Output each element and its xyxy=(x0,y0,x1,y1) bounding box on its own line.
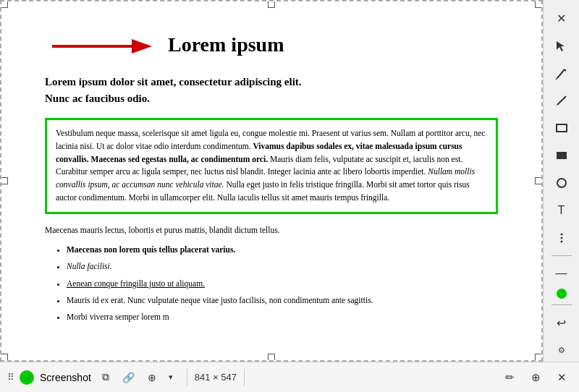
document-area: Lorem ipsum Lorem ipsum dolor sit amet, … xyxy=(0,0,543,362)
svg-rect-8 xyxy=(557,152,567,159)
handle-right-mid[interactable] xyxy=(535,177,542,184)
svg-point-13 xyxy=(23,374,30,381)
toolbar-divider xyxy=(551,255,572,256)
app-icon xyxy=(20,370,34,385)
svg-marker-2 xyxy=(557,41,565,51)
bottom-close-button[interactable]: ✕ xyxy=(551,367,572,388)
svg-point-10 xyxy=(560,233,562,235)
list-item: Mauris id ex erat. Nunc vulputate neque … xyxy=(67,294,498,307)
handle-top-right[interactable] xyxy=(535,1,542,8)
annotate-button[interactable]: ⊕ xyxy=(525,367,546,388)
list-item: Aenean conque fringilla justo ut aliquam… xyxy=(67,278,498,290)
bar-separator xyxy=(187,369,187,386)
handle-left-mid[interactable] xyxy=(1,177,8,184)
handle-bottom-left[interactable] xyxy=(1,354,8,361)
svg-point-11 xyxy=(560,237,562,239)
bottom-status-bar: ⠿ Screenshot ⧉ 🔗 ⊕ ▾ 841 × 547 ✏ ⊕ ✕ xyxy=(0,362,579,392)
green-color-indicator[interactable] xyxy=(557,289,567,299)
close-button[interactable]: ✕ xyxy=(550,7,573,30)
svg-line-5 xyxy=(556,78,557,80)
rect-outline-button[interactable] xyxy=(550,116,573,140)
edit-button[interactable]: ✏ xyxy=(499,367,520,388)
more-tools-button[interactable] xyxy=(550,226,573,250)
text-tool-button[interactable]: T xyxy=(550,199,573,222)
undo-button[interactable]: ↩ xyxy=(550,311,573,334)
rect-fill-button[interactable] xyxy=(550,144,573,167)
grid-icon: ⠿ xyxy=(7,372,14,383)
bottom-right-actions: ✏ ⊕ ✕ xyxy=(499,367,572,388)
svg-rect-7 xyxy=(557,124,567,132)
app-name-label: Screenshot xyxy=(40,372,91,383)
arrow-graphic xyxy=(45,30,161,59)
svg-marker-1 xyxy=(132,39,152,54)
handle-bottom-mid[interactable] xyxy=(268,354,275,361)
select-tool-button[interactable] xyxy=(550,35,573,58)
share-group: ⊕ ▾ xyxy=(143,369,179,386)
link-button[interactable]: 🔗 xyxy=(120,369,138,386)
handle-bottom-right[interactable] xyxy=(535,354,542,361)
svg-line-6 xyxy=(557,96,566,105)
bar-separator-2 xyxy=(244,369,245,386)
svg-line-4 xyxy=(565,69,566,71)
copy-button[interactable]: ⧉ xyxy=(97,369,114,386)
list-item: Nulla facilisi. xyxy=(67,260,498,273)
list-item: Maecenas non lorem quis tellus placerat … xyxy=(67,244,498,256)
bullet-list: Maecenas non lorem quis tellus placerat … xyxy=(45,244,498,323)
list-item: Morbi viverra semper lorem m xyxy=(67,311,498,323)
svg-line-3 xyxy=(557,69,565,78)
toolbar-divider-2 xyxy=(551,304,572,305)
share-dropdown[interactable]: ▾ xyxy=(162,369,179,386)
svg-point-9 xyxy=(557,179,566,187)
svg-point-12 xyxy=(560,240,562,242)
share-button[interactable]: ⊕ xyxy=(143,369,161,386)
pen-tool-button[interactable] xyxy=(550,62,573,85)
doc-title: Lorem ipsum xyxy=(168,33,284,56)
green-box-content: Vestibulum neque massa, scelerisque sit … xyxy=(56,127,487,205)
minus-tool-button[interactable]: — xyxy=(550,262,573,285)
highlighted-text-box: Vestibulum neque massa, scelerisque sit … xyxy=(45,118,498,214)
title-row: Lorem ipsum xyxy=(45,30,498,59)
extra-button[interactable]: ⚙ xyxy=(550,338,573,362)
doc-subtitle: Lorem ipsum dolor sit amet, consectetur … xyxy=(45,74,498,106)
paragraph-1: Maecenas mauris lectus, lobortis et puru… xyxy=(45,224,498,237)
line-tool-button[interactable] xyxy=(550,90,573,113)
handle-top-mid[interactable] xyxy=(268,1,275,8)
circle-tool-button[interactable] xyxy=(550,171,573,195)
right-toolbar: ✕ T — ↩ ⚙ xyxy=(543,0,579,362)
handle-top-left[interactable] xyxy=(1,1,8,8)
dimensions-label: 841 × 547 xyxy=(195,372,237,383)
